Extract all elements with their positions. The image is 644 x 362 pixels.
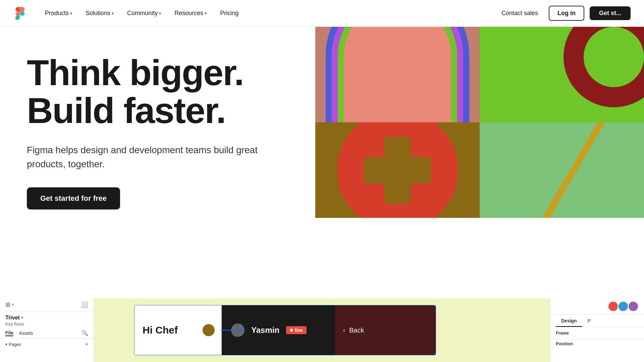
hero-section: Think bigger. Build faster. Figma helps …: [0, 27, 644, 298]
products-label: Products: [45, 10, 69, 17]
hero-content: Think bigger. Build faster. Figma helps …: [0, 27, 302, 209]
search-icon[interactable]: 🔍: [82, 330, 88, 336]
grid-icon[interactable]: ⊞: [5, 301, 10, 308]
figma-logo[interactable]: [13, 7, 26, 20]
nav-solutions[interactable]: Solutions ▾: [80, 7, 119, 19]
login-button[interactable]: Log in: [549, 6, 584, 21]
right-panel-tabs: [550, 298, 644, 315]
frame-back: ‹ Back: [335, 305, 436, 355]
project-name-text: Trivet: [5, 315, 20, 321]
chef-avatar: [203, 324, 215, 336]
ill-cell-arch: [315, 27, 480, 122]
sidebar-toolbar: ⊞ ▾ ⬜: [0, 298, 94, 311]
arch-shape: [344, 27, 451, 122]
canvas-frame[interactable]: Hi Chef Yasmin live ‹ Back: [134, 305, 436, 355]
position-label: Position: [556, 341, 573, 346]
frame-label-text: Frame: [556, 330, 569, 336]
resources-label: Resources: [174, 10, 203, 17]
avatar-3: [628, 301, 639, 312]
hero-headline-line1: Think bigger.: [27, 52, 244, 93]
connector-line: [221, 330, 241, 330]
ill-cell-light-green: [480, 122, 644, 218]
back-text: Back: [349, 326, 364, 334]
nav-links: Products ▾ Solutions ▾ Community ▾ Resou…: [40, 7, 496, 19]
chevron-down-icon: ▾: [5, 342, 7, 347]
project-name: Trivet ▾: [5, 315, 88, 321]
connector-dot: [239, 328, 243, 332]
hi-chef-text: Hi Chef: [143, 324, 178, 336]
nav-products[interactable]: Products ▾: [40, 7, 77, 19]
live-text: live: [295, 327, 303, 333]
corner-handle-tr[interactable]: [434, 305, 436, 307]
position-row: Position: [550, 339, 644, 348]
nav-pricing[interactable]: Pricing: [215, 7, 244, 19]
ill-cell-blob: [315, 122, 480, 218]
sidebar-pages: ▾ Pages +: [0, 339, 94, 350]
hero-illustration: [315, 27, 644, 218]
project-name-chevron: ▾: [21, 315, 23, 320]
add-page-icon[interactable]: +: [85, 341, 88, 347]
live-badge: live: [286, 326, 307, 334]
tab-assets[interactable]: Assets: [19, 330, 33, 336]
toolbar-chevron-icon: ▾: [12, 302, 14, 307]
ill-cell-green: [480, 27, 644, 122]
nav-resources[interactable]: Resources ▾: [169, 7, 212, 19]
figma-sidebar: ⊞ ▾ ⬜ Trivet ▾ Key flows File Assets 🔍 ▾…: [0, 298, 94, 362]
toolbar-left: ⊞ ▾: [5, 301, 14, 308]
community-chevron-icon: ▾: [159, 11, 161, 16]
get-started-nav-button[interactable]: Get st...: [590, 6, 631, 20]
hero-headline-line2: Build faster.: [27, 90, 225, 131]
diagonal-line-shape: [523, 122, 624, 218]
avatar-1: [608, 301, 619, 312]
illustration-grid: [315, 27, 644, 218]
frame-label: Frame: [556, 330, 639, 336]
hero-headline: Think bigger. Build faster.: [27, 54, 275, 130]
pages-label: ▾ Pages +: [5, 341, 88, 347]
right-panel-design-tabs: Design P: [550, 315, 644, 327]
nav-community[interactable]: Community ▾: [122, 7, 166, 19]
green-arc-shape: [564, 27, 644, 107]
frame-section-panel: Frame: [550, 327, 644, 339]
project-sub-text: Key flows: [5, 321, 88, 326]
tab-prototype[interactable]: P: [582, 315, 596, 327]
live-dot: [290, 329, 293, 331]
hero-subtext: Figma helps design and development teams…: [27, 143, 268, 171]
products-chevron-icon: ▾: [70, 11, 72, 16]
back-arrow-icon: ‹: [343, 327, 345, 334]
sidebar-project: Trivet ▾ Key flows: [0, 311, 94, 328]
pages-text: Pages: [9, 342, 21, 347]
solutions-chevron-icon: ▾: [112, 11, 114, 16]
figma-ui-panel: ⊞ ▾ ⬜ Trivet ▾ Key flows File Assets 🔍 ▾…: [0, 298, 644, 362]
navbar: Products ▾ Solutions ▾ Community ▾ Resou…: [0, 0, 644, 27]
nav-actions: Contact sales Log in Get st...: [496, 6, 631, 21]
tab-file[interactable]: File: [5, 330, 13, 336]
avatar-2: [618, 301, 629, 312]
sidebar-tabs: File Assets 🔍: [0, 328, 94, 339]
community-label: Community: [127, 10, 158, 17]
pricing-label: Pricing: [220, 10, 238, 17]
figma-canvas: Hi Chef Yasmin live ‹ Back: [94, 298, 550, 362]
yasmin-name-text: Yasmin: [251, 325, 279, 335]
figma-right-panel: Design P Frame Position: [550, 298, 644, 362]
frame-hi-chef: Hi Chef: [135, 305, 222, 355]
resources-chevron-icon: ▾: [205, 11, 207, 16]
solutions-label: Solutions: [86, 10, 110, 17]
tab-design[interactable]: Design: [556, 315, 582, 327]
corner-handle-br[interactable]: [434, 354, 436, 355]
hero-cta-button[interactable]: Get started for free: [27, 187, 120, 209]
panel-toggle-icon[interactable]: ⬜: [81, 301, 88, 308]
contact-sales-link[interactable]: Contact sales: [496, 7, 543, 19]
